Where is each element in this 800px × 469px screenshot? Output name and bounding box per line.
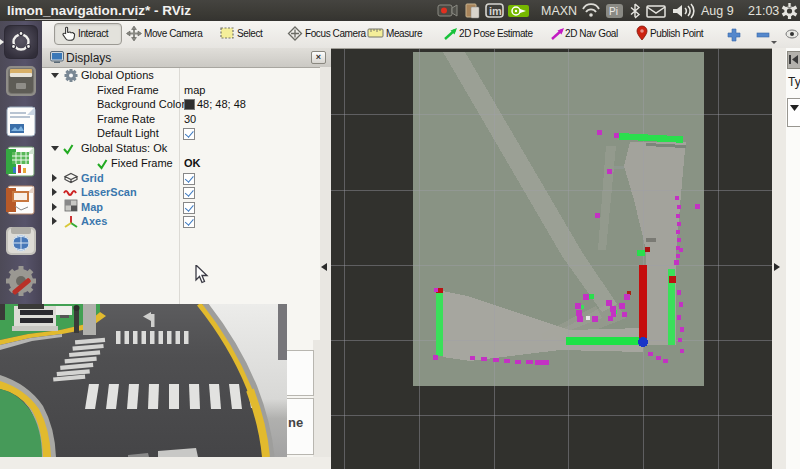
svg-text:MAXN: MAXN [541, 4, 577, 18]
svg-text:Pi: Pi [609, 6, 618, 17]
svg-text:im: im [489, 5, 502, 17]
svg-text:Aug 9: Aug 9 [701, 4, 734, 18]
svg-text:21:03: 21:03 [748, 4, 779, 18]
